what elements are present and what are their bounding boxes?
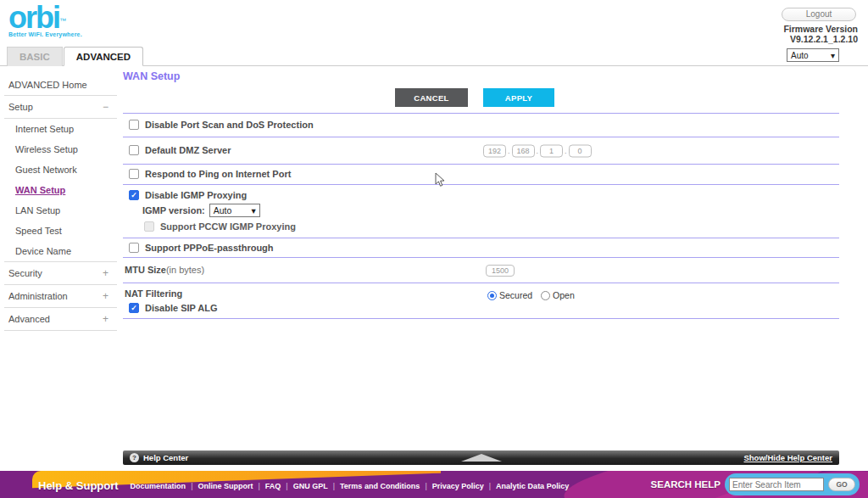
chevron-down-icon: ▾ — [831, 51, 835, 60]
help-question-icon: ? — [130, 453, 139, 462]
open-label: Open — [553, 290, 575, 300]
pppoe-label: Support PPPoE-passthrough — [145, 243, 274, 253]
sidebar-item-internet-setup[interactable]: Internet Setup — [0, 119, 119, 139]
wan-setup-form: Disable Port Scan and DoS Protection Def… — [123, 113, 839, 319]
row-mtu: MTU Size(in bytes) — [123, 258, 839, 283]
sidebar-item-security[interactable]: Security+ — [0, 262, 119, 284]
dmz-ip-octet-4[interactable] — [569, 144, 592, 157]
sidebar-item-speed-test[interactable]: Speed Test — [0, 221, 119, 241]
link-faq[interactable]: FAQ — [265, 482, 281, 490]
sidebar-item-wan-setup[interactable]: WAN Setup — [0, 180, 119, 200]
dmz-ip-fields: . . . — [483, 144, 592, 157]
sidebar-divider — [4, 330, 117, 331]
dmz-ip-octet-1[interactable] — [483, 144, 506, 157]
logo-tagline: Better WiFi. Everywhere. — [8, 31, 82, 37]
firmware-version: V9.12.2.1_1.2.10 — [783, 34, 858, 44]
port-scan-label: Disable Port Scan and DoS Protection — [145, 120, 314, 130]
router-admin-page: orbi™ Better WiFi. Everywhere. Logout Fi… — [0, 0, 868, 498]
igmp-version-dropdown[interactable]: Auto ▾ — [209, 204, 260, 217]
pccw-line: Support PCCW IGMP Proxying — [123, 221, 839, 232]
help-search-input[interactable] — [729, 478, 824, 491]
tab-advanced[interactable]: ADVANCED — [64, 47, 143, 66]
orbi-logo: orbi™ Better WiFi. Everywhere. — [8, 2, 82, 37]
port-scan-checkbox[interactable] — [129, 120, 139, 130]
action-buttons: CANCEL APPLY — [123, 88, 839, 107]
help-panel-toggle-arrow-icon[interactable] — [461, 454, 502, 462]
trademark-symbol: ™ — [59, 17, 66, 25]
sidebar-item-device-name[interactable]: Device Name — [0, 241, 119, 261]
row-pppoe: Support PPPoE-passthrough — [123, 238, 839, 258]
chevron-down-icon: ▾ — [251, 205, 255, 215]
nat-open-option[interactable]: Open — [541, 290, 575, 300]
collapse-icon[interactable]: − — [103, 101, 108, 113]
language-dropdown[interactable]: Auto ▾ — [787, 48, 839, 62]
secured-label: Secured — [499, 290, 532, 300]
go-button[interactable]: GO — [828, 478, 855, 491]
apply-button[interactable]: APPLY — [483, 88, 554, 107]
ip-dot: . — [537, 147, 539, 155]
sidebar-item-guest-network[interactable]: Guest Network — [0, 159, 119, 180]
search-pill: GO — [725, 473, 860, 495]
mouse-cursor-icon — [435, 172, 445, 191]
sidebar-item-advanced-home[interactable]: ADVANCED Home — [0, 75, 119, 95]
nat-filtering-label: NAT Filtering — [123, 288, 839, 299]
link-gnu-gpl[interactable]: GNU GPL — [293, 482, 328, 490]
sidebar-item-lan-setup[interactable]: LAN Setup — [0, 200, 119, 221]
sidebar-item-administration[interactable]: Administration+ — [0, 285, 119, 307]
nat-radio-group: Secured Open — [487, 290, 575, 300]
expand-icon[interactable]: + — [103, 290, 108, 302]
ping-checkbox[interactable] — [129, 169, 139, 179]
tab-bar: BASIC ADVANCED — [7, 47, 143, 66]
search-help-zone: SEARCH HELP GO — [651, 473, 860, 495]
row-nat: NAT Filtering Secured Open ✓ — [123, 283, 839, 319]
row-dmz: Default DMZ Server . . . — [123, 137, 839, 165]
show-hide-help-link[interactable]: Show/Hide Help Center — [743, 453, 832, 462]
footer-bar: Help & Support Documentation | Online Su… — [0, 471, 868, 498]
pppoe-checkbox[interactable] — [129, 243, 139, 253]
help-center-label: Help Center — [143, 453, 188, 462]
secured-radio[interactable] — [487, 291, 497, 300]
dmz-checkbox[interactable] — [129, 145, 139, 155]
dmz-ip-octet-3[interactable] — [540, 144, 563, 157]
sidebar-item-setup[interactable]: Setup− — [0, 96, 119, 118]
tab-basic[interactable]: BASIC — [7, 47, 63, 66]
igmp-label: Disable IGMP Proxying — [145, 190, 247, 200]
link-terms[interactable]: Terms and Conditions — [340, 482, 420, 490]
footer-links: Documentation | Online Support | FAQ | G… — [131, 482, 570, 490]
logo-text: orbi — [8, 0, 59, 35]
mtu-label-suffix: (in bytes) — [166, 265, 204, 275]
main-content: WAN Setup CANCEL APPLY Disable Port Scan… — [123, 70, 839, 319]
nat-secured-option[interactable]: Secured — [487, 290, 532, 300]
expand-icon[interactable]: + — [103, 267, 108, 279]
pccw-label: Support PCCW IGMP Proxying — [160, 221, 296, 232]
mtu-size-input[interactable] — [486, 265, 515, 277]
pccw-checkbox[interactable] — [144, 221, 154, 232]
sidebar-nav: ADVANCED Home Setup− Internet Setup Wire… — [0, 75, 119, 331]
link-analytic-data-policy[interactable]: Analytic Data Policy — [496, 482, 569, 490]
mtu-field-wrap — [486, 265, 515, 277]
dmz-ip-octet-2[interactable] — [512, 144, 535, 157]
cancel-button[interactable]: CANCEL — [395, 88, 468, 107]
row-igmp: ✓ Disable IGMP Proxying IGMP version: Au… — [123, 185, 839, 238]
link-documentation[interactable]: Documentation — [131, 482, 186, 490]
sip-alg-checkbox[interactable]: ✓ — [129, 303, 139, 313]
row-port-scan: Disable Port Scan and DoS Protection — [123, 114, 839, 137]
expand-icon[interactable]: + — [103, 313, 108, 325]
link-online-support[interactable]: Online Support — [198, 482, 253, 490]
firmware-version-block: Firmware Version V9.12.2.1_1.2.10 — [783, 24, 858, 44]
igmp-version-label: IGMP version: — [142, 205, 205, 215]
igmp-checkbox[interactable]: ✓ — [129, 190, 139, 200]
link-privacy-policy[interactable]: Privacy Policy — [432, 482, 484, 490]
logout-button[interactable]: Logout — [782, 8, 856, 21]
row-ping: Respond to Ping on Internet Port — [123, 165, 839, 185]
sidebar-item-wireless-setup[interactable]: Wireless Setup — [0, 139, 119, 159]
mtu-label: MTU Size — [125, 265, 166, 275]
ip-dot: . — [565, 147, 567, 155]
ip-dot: . — [508, 147, 510, 155]
sidebar-item-advanced[interactable]: Advanced+ — [0, 308, 119, 330]
page-title: WAN Setup — [123, 70, 839, 82]
help-center-bar: ? Help Center Show/Hide Help Center — [123, 450, 839, 465]
open-radio[interactable] — [541, 291, 550, 300]
firmware-label: Firmware Version — [783, 24, 858, 34]
help-support-title: Help & Support — [38, 479, 119, 492]
